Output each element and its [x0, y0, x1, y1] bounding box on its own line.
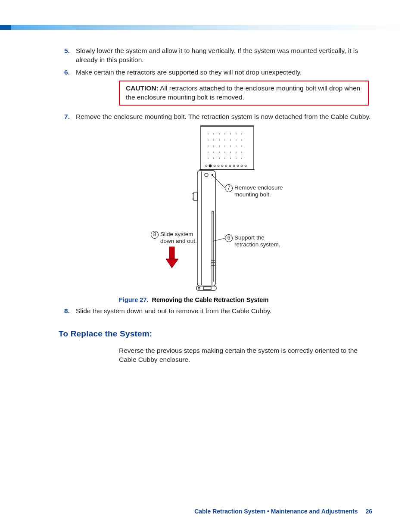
- callout-num-icon: 7: [225, 184, 233, 192]
- svg-point-14: [230, 139, 231, 140]
- svg-point-22: [236, 145, 237, 146]
- svg-rect-49: [197, 171, 215, 286]
- svg-point-48: [245, 165, 246, 167]
- step-number: 5.: [60, 47, 70, 65]
- svg-point-20: [224, 145, 225, 146]
- svg-point-21: [230, 145, 231, 146]
- svg-point-13: [224, 139, 225, 140]
- callout-num-icon: 8: [151, 231, 159, 239]
- step-text: Make certain the retractors are supporte…: [76, 68, 372, 77]
- svg-point-8: [236, 133, 237, 134]
- svg-point-26: [219, 151, 220, 152]
- svg-marker-66: [166, 259, 178, 268]
- step-text: Remove the enclosure mounting bolt. The …: [76, 112, 372, 121]
- step-number: 8.: [60, 307, 70, 316]
- step-number: 7.: [60, 112, 70, 121]
- page-number: 26: [365, 508, 372, 515]
- header-gradient-bar: [0, 25, 411, 30]
- figure-caption: Figure 27. Removing the Cable Retraction…: [119, 296, 372, 303]
- svg-point-42: [221, 165, 223, 167]
- svg-point-46: [237, 165, 239, 167]
- page-footer: Cable Retraction System • Maintenance an…: [194, 508, 372, 515]
- svg-point-3: [208, 133, 209, 134]
- svg-point-38: [206, 165, 207, 167]
- svg-point-37: [241, 157, 242, 158]
- ordered-steps: 5. Slowly lower the system and allow it …: [60, 47, 372, 77]
- step-text: Slide the system down and out to remove …: [76, 307, 372, 316]
- callout-num-icon: 6: [225, 234, 233, 242]
- section-body: Reverse the previous steps making certai…: [119, 346, 372, 364]
- page-content: 5. Slowly lower the system and allow it …: [0, 47, 411, 364]
- svg-point-25: [213, 151, 214, 152]
- svg-point-34: [224, 157, 225, 158]
- step-8: 8. Slide the system down and out to remo…: [60, 307, 372, 316]
- diagram-svg: [86, 125, 362, 294]
- svg-point-33: [219, 157, 220, 158]
- svg-point-50: [205, 173, 208, 177]
- svg-point-36: [236, 157, 237, 158]
- svg-point-32: [213, 157, 214, 158]
- callout-7: 7 Remove enclosure mounting bolt.: [225, 184, 290, 199]
- svg-point-11: [213, 139, 214, 140]
- figure-title: Removing the Cable Retraction System: [152, 296, 269, 303]
- ordered-steps-continued: 7. Remove the enclosure mounting bolt. T…: [60, 112, 372, 121]
- svg-point-43: [225, 165, 227, 167]
- svg-point-6: [224, 133, 225, 134]
- callout-8: 8 Slide system down and out.: [151, 231, 198, 246]
- svg-point-10: [208, 139, 209, 140]
- svg-point-28: [230, 151, 231, 152]
- svg-point-9: [241, 133, 242, 134]
- svg-point-30: [241, 151, 242, 152]
- callout-6: 6 Support the retraction system.: [225, 234, 285, 249]
- callout-text: Remove enclosure mounting bolt.: [234, 184, 290, 199]
- svg-rect-62: [203, 287, 211, 289]
- svg-point-7: [230, 133, 231, 134]
- step-text: Slowly lower the system and allow it to …: [76, 47, 372, 65]
- callout-text: Slide system down and out.: [160, 231, 198, 246]
- caution-text: All retractors attached to the enclosure…: [126, 84, 360, 101]
- svg-point-39: [209, 165, 212, 167]
- svg-point-61: [198, 287, 200, 289]
- figure-number: Figure 27.: [119, 296, 149, 303]
- svg-rect-52: [194, 192, 197, 201]
- svg-point-4: [213, 133, 214, 134]
- svg-rect-65: [169, 247, 174, 259]
- svg-point-45: [233, 165, 235, 167]
- svg-point-41: [218, 165, 219, 167]
- callout-text: Support the retraction system.: [234, 234, 285, 249]
- figure-27: 7 Remove enclosure mounting bolt. 6 Supp…: [86, 125, 362, 294]
- caution-box: CAUTION: All retractors attached to the …: [119, 81, 369, 106]
- step-7: 7. Remove the enclosure mounting bolt. T…: [60, 112, 372, 121]
- step-number: 6.: [60, 68, 70, 77]
- svg-point-31: [208, 157, 209, 158]
- svg-point-24: [208, 151, 209, 152]
- caution-label: CAUTION:: [126, 84, 159, 92]
- svg-point-5: [219, 133, 220, 134]
- svg-rect-0: [200, 127, 254, 170]
- svg-point-16: [241, 139, 242, 140]
- footer-text: Cable Retraction System • Maintenance an…: [194, 508, 358, 515]
- svg-point-47: [241, 165, 243, 167]
- svg-line-63: [212, 175, 225, 188]
- svg-point-27: [224, 151, 225, 152]
- svg-point-40: [214, 165, 215, 167]
- svg-point-15: [236, 139, 237, 140]
- step-6: 6. Make certain the retractors are suppo…: [60, 68, 372, 77]
- svg-point-19: [219, 145, 220, 146]
- svg-point-12: [219, 139, 220, 140]
- ordered-steps-final: 8. Slide the system down and out to remo…: [60, 307, 372, 316]
- svg-point-44: [229, 165, 231, 167]
- svg-point-35: [230, 157, 231, 158]
- svg-point-18: [213, 145, 214, 146]
- svg-point-17: [208, 145, 209, 146]
- svg-point-23: [241, 145, 242, 146]
- step-5: 5. Slowly lower the system and allow it …: [60, 47, 372, 65]
- svg-point-29: [236, 151, 237, 152]
- section-heading: To Replace the System:: [59, 329, 372, 339]
